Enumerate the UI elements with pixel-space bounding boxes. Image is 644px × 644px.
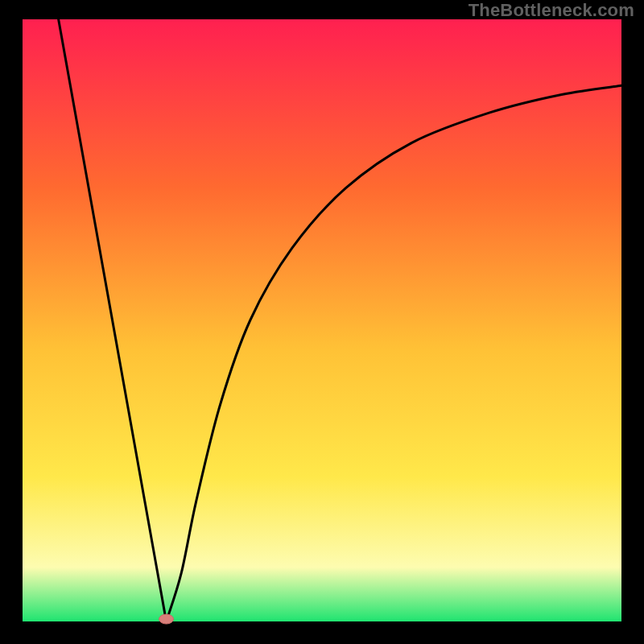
watermark-text: TheBottleneck.com [469, 0, 634, 21]
optimal-point-marker [159, 614, 174, 624]
bottleneck-chart [0, 0, 644, 644]
chart-container: TheBottleneck.com [0, 0, 644, 644]
